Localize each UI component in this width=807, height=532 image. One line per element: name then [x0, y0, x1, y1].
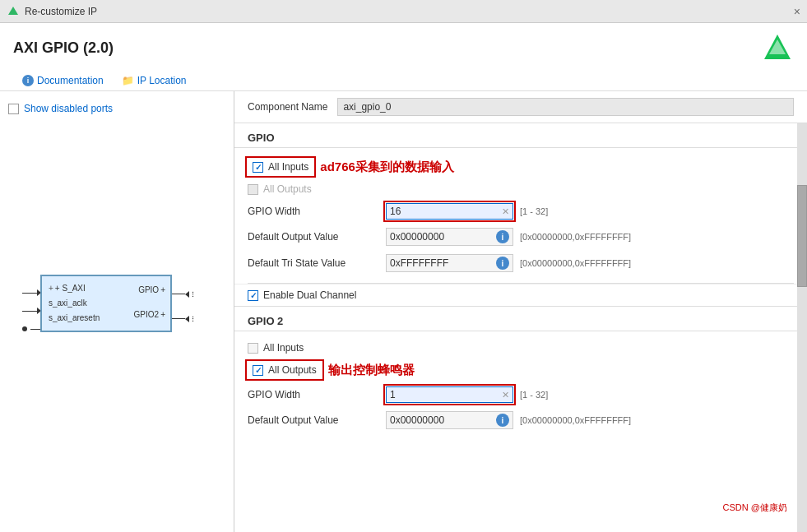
tri-state-info-icon[interactable]: i: [496, 257, 509, 270]
gpio2-section: GPIO 2 All Inputs ✓: [234, 307, 807, 440]
gpio2-all-outputs-label: All Outputs: [268, 364, 317, 376]
gpio2-all-outputs-row: ✓ All Outputs 输出控制蜂鸣器: [248, 358, 794, 382]
gpio2-section-header: GPIO 2: [234, 307, 807, 331]
gpio2-default-output-label: Default Output Value: [248, 414, 379, 426]
tab-documentation-label: Documentation: [37, 75, 104, 86]
all-inputs-checkbox[interactable]: ✓: [253, 162, 263, 173]
show-disabled-ports-row[interactable]: Show disabled ports: [8, 99, 225, 118]
gpio-bus-marker: ⫶: [191, 289, 195, 298]
dialog-title: AXI GPIO (2.0): [13, 39, 114, 57]
block-diagram-wrapper: + + S_AXI s_axi_aclk s_axi_aresetn: [22, 255, 211, 395]
tri-state-range: [0x00000000,0xFFFFFFFF]: [520, 258, 631, 268]
gpio2-default-output-range: [0x00000000,0xFFFFFFFF]: [520, 415, 631, 425]
ip-block-box: + + S_AXI s_axi_aclk s_axi_aresetn: [40, 275, 172, 332]
component-name-input[interactable]: [337, 98, 794, 116]
titlebar-title: Re-customize IP: [25, 6, 97, 17]
block-diagram: + + S_AXI s_axi_aclk s_axi_aresetn: [8, 126, 225, 524]
tab-documentation[interactable]: i Documentation: [13, 71, 113, 90]
left-panel: Show disabled ports: [0, 91, 234, 532]
gpio2-all-outputs-wrapper[interactable]: ✓ All Outputs: [248, 362, 322, 378]
gpio-width-range: [1 - 32]: [520, 206, 548, 216]
gpio2-width-range: [1 - 32]: [520, 390, 548, 400]
gpio2-default-output-info-icon[interactable]: i: [496, 414, 509, 427]
gpio-width-value: 16: [390, 206, 401, 217]
tri-state-input[interactable]: 0xFFFFFFFF i: [386, 254, 513, 272]
port-label-gpio2: GPIO2 +: [134, 308, 165, 322]
gpio2-all-inputs-label: All Inputs: [263, 342, 304, 354]
svg-marker-0: [8, 7, 18, 15]
main-window: AXI GPIO (2.0) i Documentation 📁 IP Loca…: [0, 23, 807, 532]
tri-state-label: Default Tri State Value: [248, 257, 379, 269]
component-name-label: Component Name: [248, 101, 327, 113]
gpio-section-header: GPIO: [234, 123, 807, 148]
dual-channel-label: Enable Dual Channel: [263, 289, 356, 301]
all-inputs-checkbox-wrapper[interactable]: ✓ All Inputs: [248, 159, 313, 175]
vivado-small-icon: [7, 5, 20, 18]
all-outputs-checkbox[interactable]: [248, 184, 258, 195]
all-outputs-label: All Outputs: [263, 183, 312, 195]
gpio-width-clear[interactable]: ✕: [502, 206, 509, 217]
scrollbar-thumb[interactable]: [797, 185, 807, 287]
default-output-label: Default Output Value: [248, 231, 379, 243]
gpio-width-input[interactable]: 16 ✕: [386, 203, 513, 220]
gpio2-annotation: 输出控制蜂鸣器: [328, 363, 415, 378]
all-inputs-label: All Inputs: [268, 161, 308, 173]
gpio-line: ⫶: [172, 289, 195, 298]
default-output-range: [0x00000000,0xFFFFFFFF]: [520, 232, 631, 242]
folder-icon: 📁: [122, 75, 134, 86]
csdn-watermark: CSDN @健康奶: [720, 500, 791, 516]
gpio1-annotation: ad766采集到的数据输入: [320, 160, 454, 175]
right-port-gpio2: ⫶: [172, 314, 195, 323]
gpio2-bus-marker: ⫶: [191, 314, 195, 323]
show-disabled-ports-label: Show disabled ports: [24, 103, 113, 114]
gpio2-default-output-row: Default Output Value 0x00000000 i [0x000…: [248, 407, 794, 433]
header-title-row: AXI GPIO (2.0): [13, 31, 794, 64]
gpio2-all-outputs-checkbox[interactable]: ✓: [253, 365, 263, 376]
gpio-config: ✓ All Inputs ad766采集到的数据输入 All Outputs: [234, 148, 807, 283]
gpio2-all-inputs-checkbox[interactable]: [248, 343, 258, 354]
content-area: Show disabled ports: [0, 91, 807, 532]
gpio2-width-clear[interactable]: ✕: [502, 390, 509, 400]
gpio-width-label: GPIO Width: [248, 206, 379, 217]
gpio2-default-output-value: 0x00000000: [390, 414, 444, 426]
component-name-bar: Component Name: [234, 91, 807, 123]
default-output-value: 0x00000000: [390, 231, 444, 243]
titlebar: Re-customize IP ×: [0, 0, 807, 23]
dual-channel-checkbox[interactable]: ✓: [248, 290, 258, 301]
tab-ip-location-label: IP Location: [137, 75, 187, 86]
default-output-info-icon[interactable]: i: [496, 230, 509, 243]
show-disabled-ports-checkbox[interactable]: [8, 104, 19, 114]
right-port-gpio: ⫶: [172, 289, 195, 298]
header: AXI GPIO (2.0) i Documentation 📁 IP Loca…: [0, 23, 807, 91]
gpio2-width-row: GPIO Width 1 ✕ [1 - 32]: [248, 382, 794, 407]
right-panel: Component Name GPIO ✓: [234, 91, 807, 532]
gpio2-all-inputs-row: All Inputs: [248, 338, 794, 358]
close-button[interactable]: ×: [794, 5, 800, 18]
gpio-section: GPIO ✓ All Inputs ad766采集到的数据输入: [234, 123, 807, 283]
gpio2-width-value: 1: [390, 389, 396, 400]
dual-channel-row: ✓ Enable Dual Channel: [234, 284, 807, 306]
vivado-logo: [761, 31, 794, 64]
all-inputs-row: ✓ All Inputs ad766采集到的数据输入: [248, 155, 794, 179]
tri-state-row: Default Tri State Value 0xFFFFFFFF i [0x…: [248, 250, 794, 276]
gpio2-default-output-input[interactable]: 0x00000000 i: [386, 411, 513, 429]
default-output-input[interactable]: 0x00000000 i: [386, 228, 513, 246]
tri-state-value: 0xFFFFFFFF: [390, 257, 448, 269]
tab-ip-location[interactable]: 📁 IP Location: [113, 71, 196, 90]
gpio2-width-input[interactable]: 1 ✕: [386, 386, 513, 403]
titlebar-left: Re-customize IP: [7, 5, 97, 18]
default-output-row: Default Output Value 0x00000000 i [0x000…: [248, 224, 794, 250]
info-icon: i: [22, 75, 34, 86]
scrollbar-track: [797, 123, 807, 532]
all-outputs-row: All Outputs: [248, 179, 794, 199]
header-tabs: i Documentation 📁 IP Location: [13, 71, 794, 90]
config-area: GPIO ✓ All Inputs ad766采集到的数据输入: [234, 123, 807, 532]
gpio-width-row: GPIO Width 16 ✕ [1 - 32]: [248, 199, 794, 224]
gpio2-line: ⫶: [172, 314, 195, 323]
gpio2-config: All Inputs ✓ All Outputs 输出控制蜂鸣器: [234, 331, 807, 440]
block-port-labels-right: GPIO + GPIO2 +: [134, 283, 165, 322]
port-label-gpio: GPIO +: [134, 283, 165, 298]
gpio2-width-label: GPIO Width: [248, 389, 379, 400]
